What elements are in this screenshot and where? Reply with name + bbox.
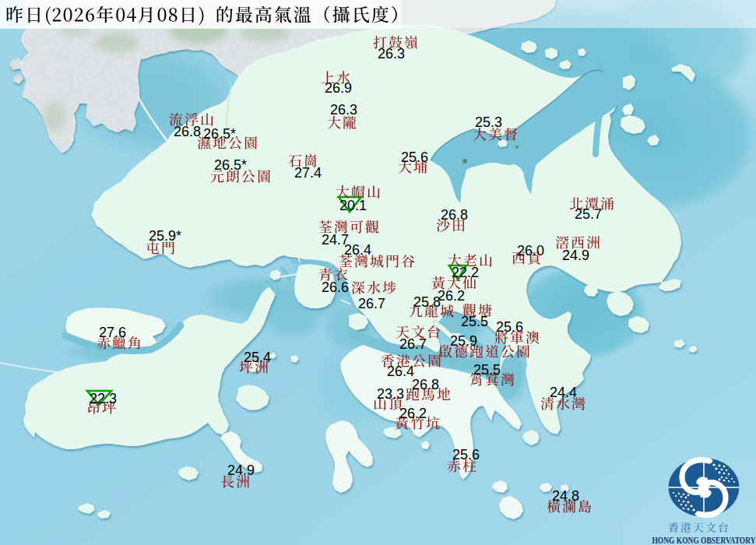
svg-text:25.8: 25.8 (413, 294, 441, 310)
svg-text:22.3: 22.3 (90, 391, 117, 406)
svg-text:26.7: 26.7 (358, 296, 385, 311)
svg-text:26.4: 26.4 (344, 242, 371, 258)
svg-text:26.8: 26.8 (412, 377, 439, 392)
svg-text:25.6: 25.6 (496, 319, 523, 335)
svg-text:25.5: 25.5 (461, 314, 488, 329)
svg-text:25.5: 25.5 (473, 362, 501, 378)
svg-text:22.2: 22.2 (452, 265, 479, 280)
svg-text:26.7: 26.7 (399, 336, 427, 352)
svg-text:25.9: 25.9 (450, 333, 477, 349)
svg-text:27.6: 27.6 (99, 325, 126, 340)
svg-text:26.5*: 26.5* (214, 157, 247, 173)
svg-text:26.9: 26.9 (325, 80, 352, 96)
svg-text:26.8: 26.8 (174, 124, 201, 139)
svg-text:25.7: 25.7 (575, 206, 602, 222)
svg-text:25.4: 25.4 (244, 350, 271, 365)
svg-text:27.4: 27.4 (294, 165, 322, 181)
svg-text:25.3: 25.3 (475, 114, 502, 130)
svg-text:26.8: 26.8 (441, 207, 468, 223)
svg-text:25.9*: 25.9* (149, 228, 181, 244)
svg-text:20.1: 20.1 (339, 198, 367, 213)
svg-text:HONG KONG OBSERVATORY: HONG KONG OBSERVATORY (652, 535, 756, 545)
svg-text:26.0: 26.0 (517, 243, 544, 258)
svg-text:26.2: 26.2 (399, 406, 427, 421)
svg-text:24.4: 24.4 (550, 385, 577, 400)
svg-text:23.3: 23.3 (377, 386, 404, 402)
svg-text:26.2: 26.2 (438, 288, 465, 304)
svg-text:24.9: 24.9 (227, 462, 255, 478)
svg-text:26.5*: 26.5* (203, 126, 236, 142)
svg-text:24.8: 24.8 (552, 488, 579, 504)
svg-text:26.4: 26.4 (387, 364, 414, 379)
svg-text:26.6: 26.6 (322, 280, 349, 295)
svg-text:24.9: 24.9 (562, 248, 589, 263)
svg-text:26.3: 26.3 (330, 102, 357, 118)
svg-text:26.3: 26.3 (378, 46, 405, 62)
svg-text:25.6: 25.6 (452, 447, 480, 462)
svg-text:25.6: 25.6 (401, 149, 428, 165)
